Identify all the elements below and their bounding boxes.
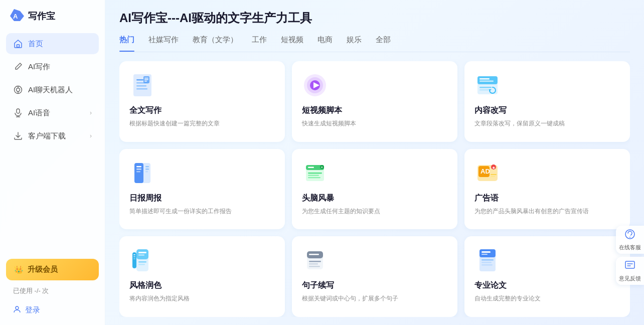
- sidebar-item-download[interactable]: 客户端下载 ›: [6, 125, 99, 146]
- svg-rect-54: [491, 174, 497, 175]
- svg-rect-13: [136, 79, 143, 81]
- svg-text:≡: ≡: [321, 166, 323, 169]
- svg-rect-35: [136, 169, 141, 170]
- sidebar-item-ai-voice-label: AI语音: [28, 108, 85, 118]
- svg-rect-28: [479, 81, 494, 82]
- svg-rect-78: [481, 259, 494, 261]
- svg-rect-71: [309, 263, 318, 265]
- card-expand[interactable]: 句子续写 根据关键词或中心句，扩展多个句子: [292, 236, 457, 317]
- rewrite-icon: [474, 72, 501, 98]
- sidebar-item-ai-writing[interactable]: AI写作: [6, 56, 99, 77]
- svg-rect-29: [479, 87, 492, 88]
- svg-rect-38: [145, 169, 149, 170]
- svg-rect-64: [133, 254, 135, 255]
- svg-rect-84: [625, 261, 634, 268]
- svg-rect-58: [138, 252, 146, 253]
- online-service-label: 在线客服: [619, 244, 641, 251]
- svg-rect-18: [144, 78, 148, 79]
- card-full-writing[interactable]: 全文写作 根据标题快速创建一篇完整的文章: [119, 61, 285, 142]
- svg-text:AD: AD: [480, 168, 490, 175]
- sidebar-item-home-label: 首页: [28, 39, 92, 49]
- sidebar-item-ai-voice[interactable]: AI语音 ›: [6, 102, 99, 123]
- home-icon: [13, 39, 23, 49]
- card-expand-desc: 根据关键词或中心句，扩展多个句子: [302, 294, 447, 303]
- card-full-writing-title: 全文写作: [129, 105, 275, 116]
- tab-entertainment[interactable]: 娱乐: [347, 35, 362, 47]
- svg-rect-57: [136, 249, 148, 259]
- sidebar-item-ai-chat[interactable]: AI聊天机器人: [6, 79, 99, 100]
- svg-rect-69: [309, 254, 319, 255]
- svg-rect-39: [145, 171, 148, 173]
- feedback-label: 意见反馈: [619, 275, 641, 282]
- svg-rect-26: [477, 76, 498, 84]
- svg-rect-81: [481, 267, 490, 268]
- card-brainstorm[interactable]: ≡ 头脑风暴 为您生成任何主题的知识要点: [292, 149, 457, 230]
- svg-rect-45: [308, 177, 320, 178]
- card-rewrite[interactable]: 内容改写 文章段落改写，保留原义一键成稿: [464, 61, 630, 142]
- card-thesis[interactable]: 专业论文 自动生成完整的专业论文: [464, 236, 630, 317]
- service-icon: [624, 229, 635, 242]
- svg-point-10: [16, 306, 19, 309]
- main-content: AI写作宝---AI驱动的文字生产力工具 热门 社媒写作 教育（文学） 工作 短…: [105, 0, 644, 325]
- svg-rect-37: [145, 166, 149, 168]
- crown-icon: 👑: [14, 265, 24, 274]
- svg-rect-42: [308, 167, 314, 168]
- download-arrow-icon: ›: [90, 132, 92, 139]
- svg-rect-2: [17, 45, 20, 47]
- logo: A 写作宝: [0, 0, 105, 33]
- svg-rect-70: [309, 261, 321, 262]
- card-ad-desc: 为您的产品头脑风暴出有创意的广告宣传语: [474, 207, 620, 216]
- tab-all[interactable]: 全部: [376, 35, 391, 47]
- card-report-title: 日报周报: [129, 193, 275, 204]
- card-short-video-title: 短视频脚本: [302, 105, 447, 116]
- video-script-icon: [302, 72, 328, 98]
- thesis-icon: [474, 247, 501, 273]
- ad-icon: AD ★: [474, 160, 501, 186]
- download-icon: [13, 131, 23, 141]
- card-thesis-title: 专业论文: [474, 280, 620, 291]
- svg-rect-30: [479, 89, 489, 91]
- tab-social[interactable]: 社媒写作: [148, 35, 179, 47]
- sidebar: A 写作宝 首页 AI写作: [0, 0, 105, 325]
- card-short-video[interactable]: 短视频脚本 快速生成短视频脚本: [292, 61, 457, 142]
- voice-arrow-icon: ›: [90, 109, 92, 116]
- sidebar-item-ai-chat-label: AI聊天机器人: [28, 85, 92, 95]
- card-expand-title: 句子续写: [302, 280, 447, 291]
- tab-video[interactable]: 短视频: [281, 35, 303, 47]
- login-button[interactable]: 登录: [6, 301, 99, 319]
- cards-grid: 全文写作 根据标题快速创建一篇完整的文章 短视频脚本 快速生成短视频脚本: [119, 61, 630, 317]
- card-rewrite-title: 内容改写: [474, 105, 620, 116]
- tab-hot[interactable]: 热门: [119, 35, 134, 47]
- svg-rect-60: [138, 261, 146, 263]
- svg-rect-72: [309, 266, 320, 267]
- svg-point-4: [17, 88, 20, 92]
- card-style[interactable]: 风格润色 将内容润色为指定风格: [119, 236, 285, 317]
- style-icon: [129, 247, 155, 273]
- svg-text:A: A: [13, 13, 18, 20]
- svg-rect-15: [136, 85, 146, 87]
- tab-education[interactable]: 教育（文学）: [193, 35, 238, 47]
- svg-rect-36: [136, 171, 140, 173]
- chat-icon: [13, 85, 23, 95]
- svg-rect-44: [308, 175, 319, 176]
- svg-rect-75: [479, 249, 496, 257]
- svg-rect-80: [481, 264, 493, 266]
- feedback-button[interactable]: 意见反馈: [616, 257, 644, 285]
- card-report[interactable]: 日报周报 简单描述即可生成一份详实的工作报告: [119, 149, 285, 230]
- pen-icon: [13, 62, 23, 72]
- full-writing-icon: [129, 72, 155, 98]
- sidebar-item-download-label: 客户端下载: [28, 131, 85, 141]
- svg-rect-20: [144, 81, 147, 82]
- svg-rect-73: [307, 258, 323, 259]
- card-thesis-desc: 自动生成完整的专业论文: [474, 294, 620, 303]
- sidebar-item-home[interactable]: 首页: [6, 33, 99, 54]
- card-brainstorm-title: 头脑风暴: [302, 193, 447, 204]
- tab-work[interactable]: 工作: [252, 35, 267, 47]
- tab-ecommerce[interactable]: 电商: [317, 35, 333, 47]
- online-service-button[interactable]: 在线客服: [616, 226, 644, 254]
- brainstorm-icon: ≡: [302, 160, 328, 186]
- svg-rect-61: [138, 264, 145, 265]
- upgrade-button[interactable]: 👑 升级会员: [6, 259, 99, 280]
- card-ad[interactable]: AD ★ 广告语 为您的产品头脑风暴出有创意的广告宣传语: [464, 149, 630, 230]
- report-icon: [129, 160, 155, 186]
